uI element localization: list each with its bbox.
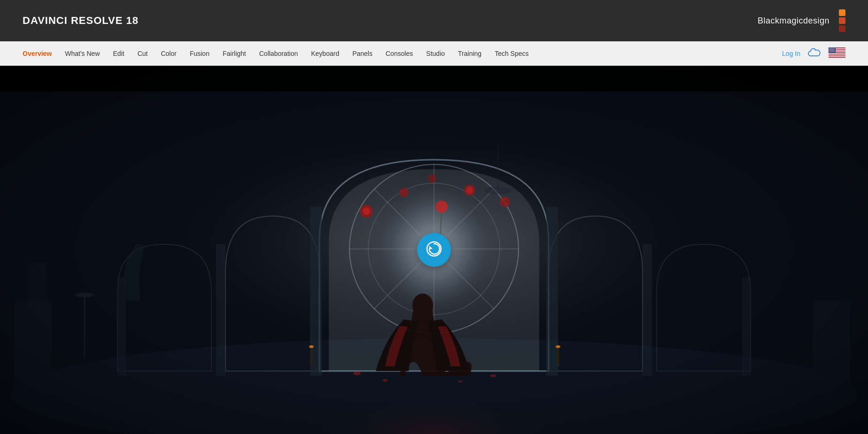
svg-point-40 <box>834 51 834 52</box>
svg-rect-6 <box>829 56 845 57</box>
nav-links: Overview What's New Edit Cut Color Fusio… <box>23 50 529 57</box>
svg-point-16 <box>832 48 832 49</box>
country-flag[interactable] <box>829 47 845 60</box>
svg-point-17 <box>833 48 833 49</box>
nav-edit[interactable]: Edit <box>113 50 124 57</box>
main-nav: Overview What's New Edit Cut Color Fusio… <box>0 41 868 66</box>
svg-point-22 <box>832 49 833 49</box>
svg-point-32 <box>831 50 831 51</box>
svg-rect-4 <box>829 53 845 54</box>
svg-rect-5 <box>829 54 845 55</box>
nav-collaboration[interactable]: Collaboration <box>259 50 298 57</box>
cloud-icon <box>808 47 821 59</box>
nav-keyboard[interactable]: Keyboard <box>311 50 339 57</box>
svg-point-11 <box>832 47 833 48</box>
brand-square-3 <box>839 25 845 32</box>
svg-point-27 <box>832 50 832 50</box>
svg-marker-88 <box>429 246 433 249</box>
replay-icon <box>426 241 442 259</box>
svg-point-26 <box>830 50 831 50</box>
svg-point-38 <box>832 51 832 52</box>
svg-point-25 <box>829 50 830 50</box>
login-link[interactable]: Log In <box>782 50 800 57</box>
svg-point-10 <box>831 47 831 48</box>
nav-overview[interactable]: Overview <box>23 50 52 57</box>
nav-training[interactable]: Training <box>458 50 481 57</box>
svg-point-14 <box>829 48 830 49</box>
brand-square-1 <box>839 9 845 16</box>
svg-point-8 <box>829 47 829 48</box>
svg-point-39 <box>833 51 833 52</box>
nav-fairlight[interactable]: Fairlight <box>223 50 246 57</box>
nav-tech-specs[interactable]: Tech Specs <box>495 50 528 57</box>
nav-consoles[interactable]: Consoles <box>386 50 413 57</box>
svg-point-36 <box>829 51 830 52</box>
brand-squares <box>839 9 845 32</box>
replay-button[interactable] <box>417 233 451 267</box>
svg-point-21 <box>831 49 831 49</box>
svg-point-34 <box>833 50 834 51</box>
svg-point-35 <box>834 50 835 51</box>
svg-point-20 <box>830 49 830 49</box>
svg-point-31 <box>830 50 830 51</box>
svg-point-29 <box>834 50 834 50</box>
nav-right: Log In <box>782 47 845 60</box>
nav-fusion[interactable]: Fusion <box>190 50 209 57</box>
svg-point-30 <box>829 50 829 51</box>
hero-section <box>0 66 868 434</box>
nav-whats-new[interactable]: What's New <box>65 50 100 57</box>
brand-square-2 <box>839 17 845 24</box>
svg-point-23 <box>833 49 834 49</box>
header-right: Blackmagicdesign <box>758 9 845 32</box>
svg-point-9 <box>830 47 830 48</box>
nav-panels[interactable]: Panels <box>352 50 372 57</box>
svg-rect-86 <box>0 66 868 92</box>
svg-point-18 <box>834 48 834 49</box>
nav-studio[interactable]: Studio <box>426 50 445 57</box>
svg-point-12 <box>833 47 834 48</box>
svg-point-24 <box>834 49 835 49</box>
svg-point-33 <box>832 50 833 51</box>
svg-point-37 <box>830 51 831 52</box>
nav-cut[interactable]: Cut <box>138 50 148 57</box>
svg-point-15 <box>830 48 831 49</box>
svg-point-28 <box>833 50 833 50</box>
svg-point-13 <box>834 47 835 48</box>
brand-text: Blackmagicdesign <box>758 16 829 26</box>
site-title: DAVINCI RESOLVE 18 <box>23 15 139 27</box>
svg-point-19 <box>829 49 829 49</box>
site-header: DAVINCI RESOLVE 18 Blackmagicdesign <box>0 0 868 41</box>
nav-color[interactable]: Color <box>161 50 176 57</box>
